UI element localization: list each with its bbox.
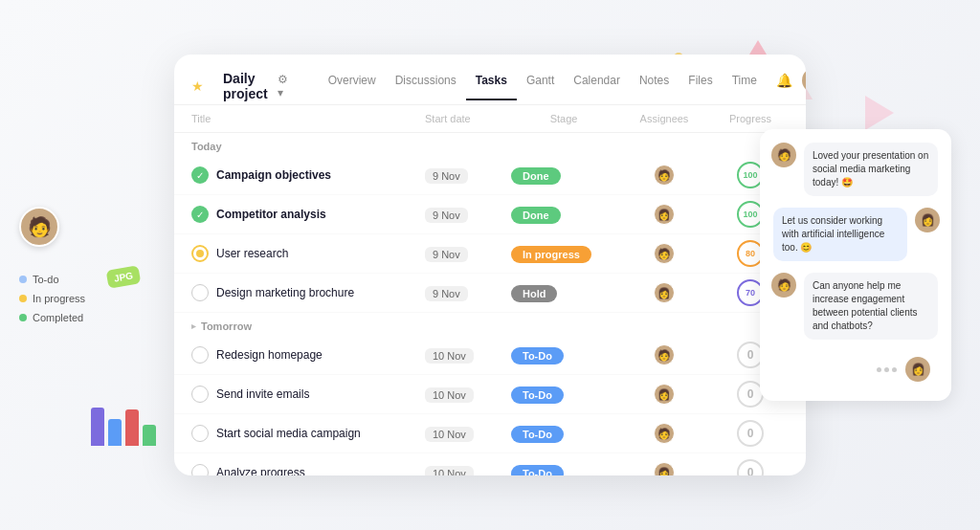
chat-avatar-1: 🧑 — [771, 143, 796, 167]
tab-discussions[interactable]: Discussions — [386, 74, 466, 100]
table-header: Title Start date Stage Assignees Progres… — [174, 105, 806, 133]
chat-avatar-typing: 👩 — [905, 357, 930, 382]
chat-message-3: 🧑 Can anyone help me increase engagement… — [771, 273, 940, 340]
th-stage: Stage — [511, 113, 616, 124]
legend-todo: To-do — [19, 274, 85, 285]
check-inprogress-icon[interactable] — [191, 245, 209, 262]
task-title-cell: Analyze progress — [191, 464, 425, 475]
bar-3 — [125, 409, 139, 446]
tab-time[interactable]: Time — [723, 74, 767, 100]
assignee-cell: 🧑 — [616, 423, 712, 444]
check-empty-icon[interactable] — [191, 464, 209, 475]
stage-badge-inprogress: In progress — [511, 246, 591, 263]
table-row[interactable]: User research 9 Nov In progress 🧑 80 — [174, 234, 806, 274]
assignee-cell: 👩 — [616, 384, 712, 405]
tab-gantt[interactable]: Gantt — [517, 74, 564, 100]
deco-triangle-3 — [865, 96, 894, 130]
legend-dot-inprogress — [19, 295, 27, 302]
section-today: Today — [174, 133, 806, 156]
date-chip: 9 Nov — [425, 247, 468, 262]
table-row[interactable]: Redesign homepage 10 Nov To-Do 🧑 0 — [174, 336, 806, 375]
stage-badge-todo: To-Do — [511, 426, 564, 443]
chat-bubble-2: Let us consider working with artificial … — [773, 208, 907, 261]
legend-dot-completed — [19, 314, 27, 321]
assignee-avatar: 👩 — [654, 204, 675, 225]
stage-badge-hold: Hold — [511, 285, 557, 302]
task-date: 10 Nov — [425, 464, 511, 475]
bell-icon[interactable]: 🔔 — [776, 73, 792, 88]
legend-label-todo: To-do — [33, 274, 59, 285]
chevron-icon[interactable]: ▸ — [191, 321, 196, 331]
task-title-label: Send invite emails — [216, 387, 309, 401]
assignee-cell: 👩 — [616, 282, 712, 303]
tab-calendar[interactable]: Calendar — [564, 74, 630, 100]
date-chip: 10 Nov — [425, 387, 474, 403]
th-assignees: Assignees — [616, 113, 712, 124]
task-title-cell: Send invite emails — [191, 386, 425, 403]
check-done-icon[interactable]: ✓ — [191, 166, 209, 184]
progress-circle: 0 — [737, 420, 764, 447]
task-stage: To-Do — [511, 425, 616, 442]
legend-label-completed: Completed — [33, 312, 83, 323]
chat-bubble-3: Can anyone help me increase engagement b… — [804, 273, 938, 340]
nav-bar: ★ Daily project ⚙ ▾ Overview Discussions… — [174, 55, 806, 105]
star-icon[interactable]: ★ — [191, 78, 204, 94]
task-stage: To-Do — [511, 464, 616, 475]
task-title-cell: Start social media campaign — [191, 425, 425, 442]
stage-badge-done: Done — [511, 207, 561, 224]
assignee-avatar: 👩 — [654, 462, 675, 475]
date-chip: 10 Nov — [425, 427, 474, 442]
table-row[interactable]: Send invite emails 10 Nov To-Do 👩 0 — [174, 375, 806, 414]
task-title-cell: User research — [191, 245, 425, 262]
tab-files[interactable]: Files — [679, 74, 722, 100]
date-chip: 10 Nov — [425, 348, 474, 364]
assignee-avatar: 👩 — [654, 384, 675, 405]
table-row[interactable]: ✓ Competitor analysis 9 Nov Done 👩 100 — [174, 195, 806, 234]
stage-badge-todo: To-Do — [511, 347, 564, 364]
table-row[interactable]: Design marketing brochure 9 Nov Hold 👩 7… — [174, 274, 806, 313]
settings-icon[interactable]: ⚙ ▾ — [278, 73, 288, 99]
task-stage: Hold — [511, 284, 616, 301]
assignee-avatar: 🧑 — [654, 165, 675, 186]
progress-cell: 0 — [712, 459, 789, 475]
task-title-cell: ✓ Competitor analysis — [191, 206, 425, 223]
check-empty-icon[interactable] — [191, 425, 209, 442]
table-row[interactable]: ✓ Campaign objectives 9 Nov Done 🧑 100 — [174, 156, 806, 195]
tab-overview[interactable]: Overview — [319, 74, 386, 100]
check-empty-icon[interactable] — [191, 386, 209, 403]
table-row[interactable]: Analyze progress 10 Nov To-Do 👩 0 — [174, 453, 806, 475]
task-title-cell: Design marketing brochure — [191, 284, 425, 301]
nav-tabs: Overview Discussions Tasks Gantt Calenda… — [319, 74, 767, 99]
assignee-avatar: 🧑 — [654, 423, 675, 444]
task-date: 10 Nov — [425, 425, 511, 442]
check-empty-icon[interactable] — [191, 346, 209, 364]
task-title-label: Competitor analysis — [216, 208, 326, 221]
th-title: Title — [191, 113, 425, 124]
task-title-label: User research — [216, 247, 288, 260]
assignee-cell: 🧑 — [616, 344, 712, 365]
check-done-icon[interactable]: ✓ — [191, 206, 209, 223]
task-title-label: Start social media campaign — [216, 427, 361, 440]
th-startdate: Start date — [425, 113, 511, 124]
tab-tasks[interactable]: Tasks — [466, 74, 517, 100]
legend-completed: Completed — [19, 312, 85, 323]
typing-indicator: 👩 — [771, 351, 940, 387]
table-row[interactable]: Start social media campaign 10 Nov To-Do… — [174, 414, 806, 453]
task-date: 10 Nov — [425, 386, 511, 403]
task-date: 10 Nov — [425, 346, 511, 364]
chat-panel: 🧑 Loved your presentation on social medi… — [760, 129, 951, 401]
nav-avatar: 🧑 — [802, 68, 806, 93]
jpg-badge: JPG — [106, 265, 142, 289]
chat-avatar-3: 🧑 — [771, 273, 796, 298]
legend-inprogress: In progress — [19, 293, 85, 304]
bar-1 — [91, 408, 104, 446]
check-empty-icon[interactable] — [191, 284, 209, 301]
tab-notes[interactable]: Notes — [630, 74, 679, 100]
bar-4 — [143, 425, 156, 446]
assignee-cell: 🧑 — [616, 243, 712, 264]
section-tomorrow: ▸ Tomorrow — [174, 313, 806, 336]
date-chip: 10 Nov — [425, 466, 474, 475]
user-avatar: 🧑 — [19, 207, 59, 247]
task-title-label: Campaign objectives — [216, 168, 331, 182]
date-chip: 9 Nov — [425, 208, 468, 223]
